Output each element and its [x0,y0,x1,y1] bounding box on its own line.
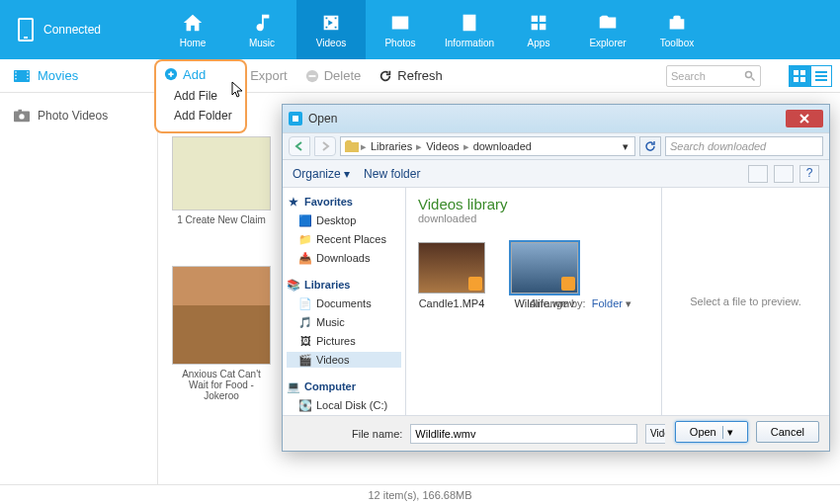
arrange-by[interactable]: Arrange by: Folder ▾ [530,297,631,310]
photo-icon [389,12,411,34]
libraries-group[interactable]: 📚Libraries [287,277,401,293]
refresh-nav-button[interactable] [639,136,661,156]
explorer-icon [597,12,619,34]
svg-rect-11 [794,70,798,75]
filename-input[interactable] [410,424,637,444]
apps-icon [528,12,549,34]
svg-rect-12 [800,70,805,75]
music-icon [251,12,273,34]
search-input[interactable]: Search [666,65,761,87]
camera-icon [14,109,30,123]
folder-icon [345,140,359,152]
close-button[interactable] [786,110,823,127]
section-indicator[interactable]: Movies [0,68,158,83]
dialog-titlebar[interactable]: Open [283,105,829,132]
device-status: Connected [0,18,158,42]
dialog-toolbar: Organize ▾ New folder ? [283,160,829,188]
nav-back-button[interactable] [289,136,310,156]
info-icon [459,12,480,34]
film-icon [14,69,30,83]
tab-music[interactable]: Music [227,0,296,59]
videos-item[interactable]: 🎬Videos [287,352,401,368]
breadcrumb[interactable]: ▸ Libraries▸ Videos▸ downloaded ▾ [340,136,635,156]
file-thumbnail [511,242,578,294]
svg-point-20 [19,114,24,119]
open-button[interactable]: Open▾ [675,421,748,443]
phone-icon [18,18,34,42]
toolbar: Add Export Delete Refresh Search Add [158,65,840,87]
app-header: Connected Home Music Videos Photos Infor… [0,0,840,59]
tab-toolbox[interactable]: Toolbox [642,0,712,59]
list-view-button[interactable] [810,65,832,87]
svg-rect-14 [800,77,805,82]
sidebar-item-photo-videos[interactable]: Photo Videos [0,103,157,128]
documents-item[interactable]: 📄Documents [287,295,401,311]
preview-pane: Select a file to preview. [661,188,829,415]
video-item[interactable]: 1 Create New Claim [172,136,271,225]
forward-icon [320,141,330,151]
svg-rect-21 [18,110,22,113]
svg-rect-13 [794,77,798,82]
dialog-title: Open [308,112,337,126]
downloads-item[interactable]: 📥Downloads [287,250,401,266]
tab-photos[interactable]: Photos [366,0,435,59]
svg-rect-17 [815,79,827,81]
dialog-search-input[interactable]: Search downloaded [665,136,823,156]
connection-label: Connected [43,23,101,37]
svg-rect-4 [27,71,28,72]
help-button[interactable]: ? [799,165,819,183]
plus-icon [164,67,178,81]
refresh-icon [378,69,392,83]
desktop-item[interactable]: 🟦Desktop [287,212,401,228]
file-open-dialog: Open ▸ Libraries▸ Videos▸ downloaded ▾ S… [282,104,830,452]
svg-rect-9 [308,75,315,77]
recent-item[interactable]: 📁Recent Places [287,231,401,247]
view-mode-button[interactable] [748,165,768,183]
pictures-item[interactable]: 🖼Pictures [287,333,401,349]
video-item[interactable]: Anxious Cat Can't Wait for Food - Jokero… [172,266,271,401]
view-toggle [789,65,832,87]
svg-rect-5 [27,74,28,75]
nav-forward-button[interactable] [314,136,336,156]
delete-button[interactable]: Delete [305,68,362,83]
cursor-icon [231,81,245,99]
play-badge-icon [468,277,482,291]
status-bar: 12 item(s), 166.68MB [0,484,840,504]
computer-group[interactable]: 💻Computer [287,378,401,394]
tab-information[interactable]: Information [435,0,504,59]
cancel-button[interactable]: Cancel [756,421,819,443]
grid-view-button[interactable] [789,65,810,87]
tab-videos[interactable]: Videos [296,0,366,59]
add-dropdown: Add Add File Add Folder [154,59,247,133]
home-icon [182,12,204,34]
nav-tabs: Home Music Videos Photos Information App… [158,0,712,59]
back-icon [294,141,304,151]
video-thumbnail [172,136,271,210]
add-folder-item[interactable]: Add Folder [156,106,245,126]
refresh-icon [644,140,656,152]
tab-home[interactable]: Home [158,0,227,59]
file-item[interactable]: Candle1.MP4 [418,242,485,310]
dialog-navbar: ▸ Libraries▸ Videos▸ downloaded ▾ Search… [283,132,829,160]
file-thumbnail [418,242,485,294]
close-icon [799,114,809,124]
new-folder-button[interactable]: New folder [364,167,420,181]
preview-pane-button[interactable] [774,165,794,183]
svg-rect-3 [15,78,16,79]
tab-explorer[interactable]: Explorer [573,0,642,59]
sub-toolbar: Movies Add Export Delete Refresh Search [0,59,840,93]
filename-label: File name: [352,428,402,440]
video-thumbnail [172,266,271,365]
favorites-group[interactable]: ★Favorites [287,194,401,210]
organize-button[interactable]: Organize ▾ [293,167,350,181]
library-subtitle: downloaded [418,212,649,224]
disk-c-item[interactable]: 💽Local Disk (C:) [287,397,401,413]
toolbox-icon [666,12,688,34]
music-item[interactable]: 🎵Music [287,314,401,330]
video-icon [320,12,342,34]
tab-apps[interactable]: Apps [504,0,573,59]
grid-icon [794,70,805,82]
dialog-sidebar: ★Favorites 🟦Desktop 📁Recent Places 📥Down… [283,188,406,415]
library-title: Videos library [418,196,649,212]
refresh-button[interactable]: Refresh [378,68,443,83]
